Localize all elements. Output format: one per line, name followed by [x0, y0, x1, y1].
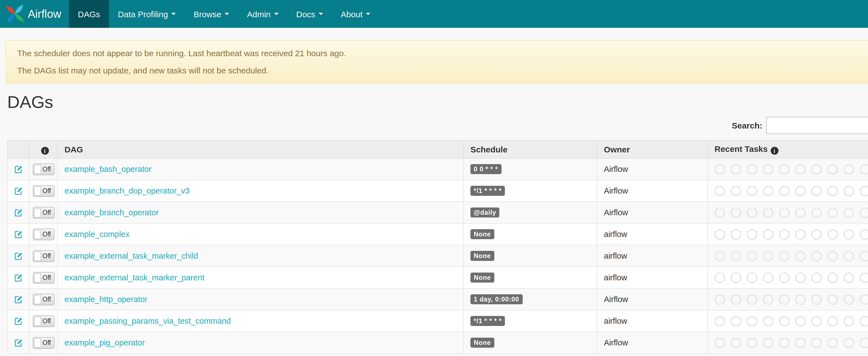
cell-owner: Airflow: [597, 202, 708, 223]
edit-dag-icon[interactable]: [8, 208, 29, 217]
header-owner[interactable]: Owner: [597, 141, 708, 158]
task-state-circle: [731, 272, 741, 283]
cell-edit: [7, 289, 29, 310]
edit-dag-icon[interactable]: [8, 338, 29, 347]
nav-item-browse[interactable]: Browse: [185, 0, 238, 28]
pause-toggle[interactable]: Off: [33, 315, 54, 327]
cell-owner: airflow: [597, 223, 708, 245]
pause-toggle[interactable]: Off: [33, 337, 54, 349]
schedule-badge[interactable]: None: [470, 272, 494, 283]
schedule-badge[interactable]: 1 day, 0:00:00: [470, 294, 522, 304]
edit-dag-icon[interactable]: [8, 252, 29, 260]
header-schedule[interactable]: Schedule: [463, 141, 597, 158]
recent-tasks-circles: [715, 316, 868, 326]
toggle-off-label: Off: [42, 339, 51, 346]
task-state-circle: [747, 229, 757, 239]
dag-link[interactable]: example_branch_operator: [64, 208, 159, 217]
task-state-circle: [731, 294, 741, 304]
pause-toggle[interactable]: Off: [33, 185, 54, 197]
task-state-circle: [860, 272, 868, 283]
dag-link[interactable]: example_external_task_marker_parent: [64, 273, 204, 282]
toggle-off-label: Off: [42, 296, 51, 303]
cell-edit: [7, 158, 29, 180]
schedule-badge[interactable]: None: [470, 251, 494, 261]
edit-dag-icon[interactable]: [8, 317, 29, 325]
task-state-circle: [828, 164, 838, 174]
dag-link[interactable]: example_passing_params_via_test_command: [64, 317, 231, 325]
nav-item-admin[interactable]: Admin: [238, 0, 287, 28]
pause-toggle[interactable]: Off: [33, 207, 54, 218]
task-state-circle: [811, 250, 822, 261]
cell-owner: airflow: [597, 310, 708, 332]
nav-item-dags[interactable]: DAGs: [69, 0, 109, 28]
pause-toggle[interactable]: Off: [33, 163, 54, 175]
airflow-dags-page: Airflow DAGsData ProfilingBrowseAdminDoc…: [0, 0, 868, 356]
task-state-circle: [715, 207, 725, 218]
cell-schedule: */1 * * * *: [463, 180, 597, 202]
brand-label: Airflow: [28, 7, 61, 20]
task-state-circle: [715, 272, 725, 283]
cell-schedule: @daily: [463, 202, 597, 223]
cell-schedule: None: [463, 267, 597, 289]
task-state-circle: [763, 250, 773, 261]
dag-row: Offexample_complexNoneairflow: [7, 223, 868, 245]
task-state-circle: [860, 250, 868, 261]
main-nav: DAGsData ProfilingBrowseAdminDocsAbout: [69, 0, 379, 28]
task-state-circle: [811, 207, 822, 218]
edit-dag-icon[interactable]: [8, 165, 29, 173]
recent-tasks-circles: [715, 250, 868, 261]
schedule-badge[interactable]: */1 * * * *: [470, 316, 505, 326]
owner-label: Airflow: [604, 295, 628, 304]
pause-toggle[interactable]: Off: [33, 228, 54, 240]
edit-dag-icon[interactable]: [8, 273, 29, 282]
task-state-circle: [860, 316, 868, 326]
cell-recent-tasks: [708, 202, 868, 223]
dag-link[interactable]: example_http_operator: [64, 295, 147, 304]
task-state-circle: [811, 164, 822, 174]
header-dag[interactable]: DAG: [58, 141, 463, 158]
task-state-circle: [795, 164, 806, 174]
owner-label: Airflow: [604, 165, 628, 174]
task-state-circle: [715, 185, 725, 196]
schedule-badge[interactable]: */1 * * * *: [470, 186, 505, 196]
task-state-circle: [828, 316, 838, 326]
nav-item-data-profiling[interactable]: Data Profiling: [109, 0, 185, 28]
cell-schedule: None: [463, 245, 597, 267]
dag-link[interactable]: example_pig_operator: [64, 338, 145, 347]
nav-item-docs[interactable]: Docs: [287, 0, 332, 28]
dag-link[interactable]: example_bash_operator: [64, 165, 152, 174]
cell-schedule: None: [463, 332, 597, 354]
schedule-badge[interactable]: @daily: [470, 207, 500, 217]
task-state-circle: [715, 229, 725, 239]
pause-toggle[interactable]: Off: [33, 250, 54, 262]
task-state-circle: [779, 164, 789, 174]
task-state-circle: [763, 294, 773, 304]
cell-dag: example_external_task_marker_child: [58, 245, 463, 267]
edit-dag-icon[interactable]: [8, 187, 29, 195]
search-input[interactable]: [766, 117, 868, 134]
dag-link[interactable]: example_branch_dop_operator_v3: [64, 186, 190, 195]
task-state-circle: [795, 316, 806, 326]
dag-link[interactable]: example_external_task_marker_child: [64, 251, 198, 260]
toggle-off-label: Off: [42, 253, 51, 259]
cell-toggle: Off: [29, 223, 58, 245]
header-toggle-column: i: [29, 141, 58, 158]
edit-dag-icon[interactable]: [8, 230, 29, 238]
schedule-badge[interactable]: 0 0 * * *: [470, 164, 501, 174]
task-state-circle: [860, 207, 868, 218]
dag-row: Offexample_external_task_marker_childNon…: [7, 245, 868, 267]
dag-link[interactable]: example_complex: [64, 230, 130, 239]
pause-toggle[interactable]: Off: [33, 272, 54, 284]
edit-dag-icon[interactable]: [8, 295, 29, 303]
schedule-badge[interactable]: None: [470, 338, 494, 348]
cell-owner: Airflow: [597, 180, 708, 202]
pause-toggle[interactable]: Off: [33, 293, 54, 305]
schedule-badge[interactable]: None: [470, 229, 494, 239]
cell-recent-tasks: [708, 267, 868, 289]
nav-item-about[interactable]: About: [332, 0, 379, 28]
cell-toggle: Off: [29, 332, 58, 354]
cell-recent-tasks: [708, 158, 868, 180]
recent-tasks-circles: [715, 164, 868, 174]
task-state-circle: [811, 272, 822, 283]
brand-link[interactable]: Airflow: [0, 0, 69, 28]
